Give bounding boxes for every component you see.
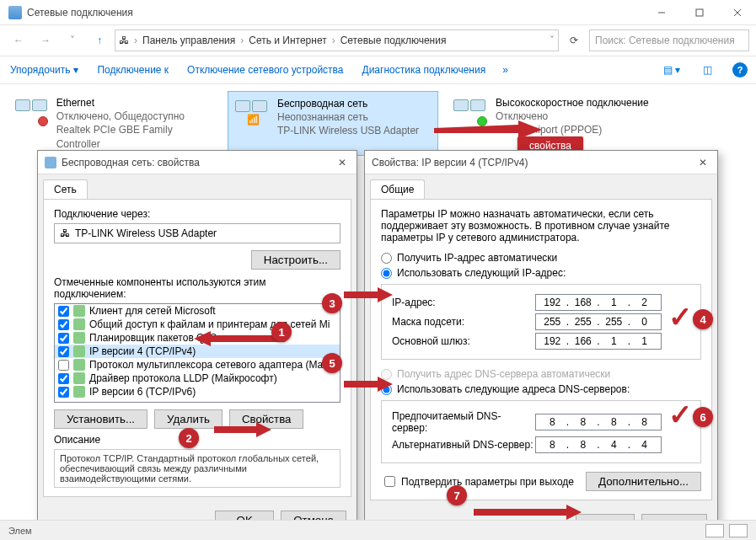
forward-button[interactable]: → bbox=[34, 29, 57, 52]
component-row: Протокол мультиплексора сетевого адаптер… bbox=[55, 358, 340, 372]
recent-button[interactable]: ˅ bbox=[61, 29, 84, 52]
gateway-field[interactable]: 192.166.1.1 bbox=[535, 333, 662, 350]
component-icon bbox=[73, 372, 85, 384]
view-tiles-icon[interactable] bbox=[705, 524, 724, 537]
advanced-button[interactable]: Дополнительно... bbox=[586, 472, 701, 491]
components-list[interactable]: Клиент для сетей Microsoft Общий доступ … bbox=[54, 303, 340, 403]
component-row: Клиент для сетей Microsoft bbox=[55, 304, 340, 318]
dns-alternate-field[interactable]: 8.8.4.4 bbox=[535, 436, 662, 453]
connect-to-button[interactable]: Подключение к bbox=[95, 61, 170, 79]
component-icon bbox=[73, 386, 85, 398]
svg-rect-1 bbox=[696, 9, 703, 16]
details-pane-button[interactable]: ◫ bbox=[697, 60, 717, 80]
dialog-title: Свойства: IP версии 4 (TCP/IPv4) bbox=[372, 157, 695, 168]
breadcrumb[interactable]: 🖧› Панель управления› Сеть и Интернет› С… bbox=[115, 29, 559, 51]
maximize-button[interactable] bbox=[680, 0, 718, 25]
dns-block: Предпочитаемый DNS-сервер:8.8.8.8 Альтер… bbox=[381, 400, 701, 463]
dialog-title: Беспроводная сеть: свойства bbox=[62, 157, 335, 168]
component-row: IP версии 6 (TCP/IPv6) bbox=[55, 385, 340, 398]
view-details-icon[interactable] bbox=[729, 524, 748, 537]
component-row: Планировщик пакетов QoS bbox=[55, 331, 340, 345]
dns-preferred-field[interactable]: 8.8.8.8 bbox=[535, 414, 662, 430]
subnet-mask-field[interactable]: 255.255.255.0 bbox=[535, 313, 662, 330]
broadband-icon bbox=[452, 96, 489, 126]
close-button[interactable] bbox=[718, 0, 756, 25]
radio-ip-auto[interactable]: Получить IP-адрес автоматически bbox=[381, 252, 701, 264]
radio-ip-manual[interactable]: Использовать следующий IP-адрес: bbox=[381, 267, 701, 279]
search-input[interactable]: Поиск: Сетевые подключения bbox=[589, 29, 749, 51]
uninstall-button[interactable]: Удалить bbox=[154, 409, 223, 429]
intro-text: Параметры IP можно назначать автоматичес… bbox=[381, 208, 701, 243]
component-icon bbox=[73, 345, 85, 357]
ethernet-icon bbox=[13, 96, 50, 126]
tab-network[interactable]: Сеть bbox=[43, 179, 88, 199]
refresh-button[interactable]: ⟳ bbox=[562, 29, 586, 51]
component-icon bbox=[73, 318, 85, 330]
component-row: Драйвер протокола LLDP (Майкрософт) bbox=[55, 372, 340, 385]
status-text: Элем bbox=[8, 526, 32, 536]
chevron-down-icon: ▾ bbox=[73, 64, 78, 76]
wireless-icon: 📶 bbox=[233, 97, 271, 127]
diagnose-button[interactable]: Диагностика подключения bbox=[361, 61, 488, 79]
ipv4-properties-dialog: Свойства: IP версии 4 (TCP/IPv4)✕ Общие … bbox=[364, 150, 718, 540]
component-row: Общий доступ к файлам и принтерам для се… bbox=[55, 318, 340, 331]
breadcrumb-segment[interactable]: Сетевые подключения bbox=[340, 35, 447, 46]
breadcrumb-segment[interactable]: Панель управления bbox=[142, 35, 235, 46]
tab-general[interactable]: Общие bbox=[370, 179, 425, 199]
radio-dns-manual[interactable]: Использовать следующие адреса DNS-сервер… bbox=[381, 383, 701, 395]
window-titlebar: Сетевые подключения bbox=[0, 0, 756, 25]
dialog-icon bbox=[45, 157, 56, 168]
close-icon[interactable]: ✕ bbox=[335, 157, 350, 168]
app-icon bbox=[8, 6, 22, 19]
help-button[interactable]: ? bbox=[732, 62, 748, 78]
up-button[interactable]: ↑ bbox=[88, 29, 111, 52]
address-bar: ← → ˅ ↑ 🖧› Панель управления› Сеть и Инт… bbox=[0, 25, 756, 56]
description-body: Протокол TCP/IP. Стандартный протокол гл… bbox=[54, 449, 340, 488]
install-button[interactable]: Установить... bbox=[54, 409, 147, 429]
connection-item-ethernet[interactable]: EthernetОтключено, ОбщедоступноRealtek P… bbox=[8, 91, 219, 156]
properties-button[interactable]: Свойства bbox=[229, 409, 304, 429]
minimize-button[interactable] bbox=[642, 0, 680, 25]
breadcrumb-segment[interactable]: Сеть и Интернет bbox=[249, 35, 326, 46]
disable-device-button[interactable]: Отключение сетевого устройства bbox=[185, 61, 345, 79]
radio-dns-auto: Получить адрес DNS-сервера автоматически bbox=[381, 368, 701, 380]
command-bar: Упорядочить ▾ Подключение к Отключение с… bbox=[0, 56, 756, 84]
ip-block: IP-адрес:192.168.1.2 Маска подсети:255.2… bbox=[381, 284, 701, 360]
close-icon[interactable]: ✕ bbox=[695, 157, 710, 168]
status-bar: Элем bbox=[0, 520, 756, 540]
confirm-exit-checkbox[interactable]: Подтвердить параметры при выходе bbox=[381, 473, 574, 489]
components-label: Отмеченные компоненты используются этим … bbox=[54, 276, 340, 300]
connect-via-label: Подключение через: bbox=[54, 208, 340, 220]
description-group: Описание Протокол TCP/IP. Стандартный пр… bbox=[54, 434, 340, 488]
component-icon bbox=[73, 332, 85, 344]
view-mode-button[interactable]: ▤ ▾ bbox=[662, 60, 682, 80]
configure-button[interactable]: Настроить... bbox=[251, 250, 340, 270]
adapter-icon: 🖧 bbox=[60, 227, 70, 239]
window-title: Сетевые подключения bbox=[27, 7, 642, 19]
back-button[interactable]: ← bbox=[7, 29, 30, 52]
component-icon bbox=[73, 359, 85, 371]
component-icon bbox=[73, 305, 85, 317]
network-icon: 🖧 bbox=[119, 35, 129, 46]
ip-address-field[interactable]: 192.168.1.2 bbox=[535, 294, 662, 311]
organize-menu[interactable]: Упорядочить ▾ bbox=[8, 61, 80, 79]
description-title: Описание bbox=[54, 434, 340, 446]
adapter-field[interactable]: 🖧TP-LINK Wireless USB Adapter bbox=[54, 223, 340, 243]
connection-item-wireless[interactable]: 📶 Беспроводная сетьНеопознанная сетьTP-L… bbox=[228, 91, 438, 156]
adapter-properties-dialog: Беспроводная сеть: свойства✕ Сеть Подклю… bbox=[37, 150, 357, 537]
component-row-ipv4: IP версии 4 (TCP/IPv4) bbox=[55, 345, 340, 358]
